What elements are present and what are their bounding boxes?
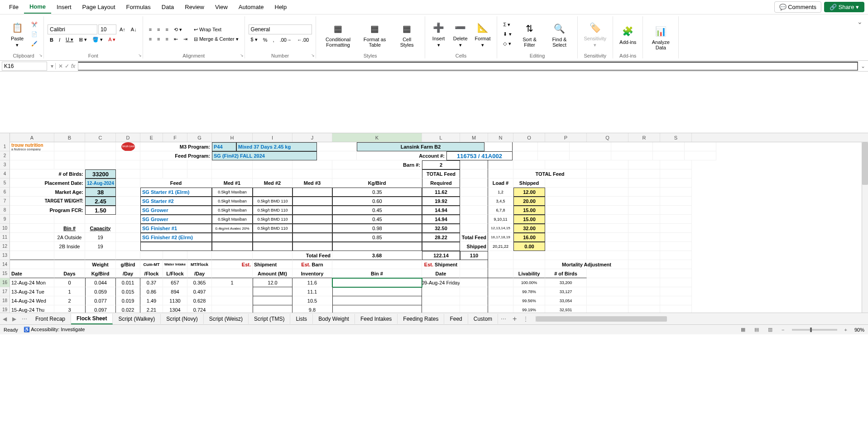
cell-K3[interactable]: Barn #: (332, 160, 422, 169)
cell-P12[interactable] (545, 242, 587, 251)
cell-M3[interactable] (460, 160, 488, 169)
cell-S15[interactable] (660, 269, 692, 278)
bold-button[interactable]: B (48, 35, 56, 44)
cell-D2[interactable] (116, 151, 140, 160)
cell-C3[interactable] (85, 160, 116, 169)
cell-B2[interactable] (54, 151, 85, 160)
cell-R8[interactable] (628, 206, 660, 215)
cell-P17[interactable]: 33,127 (545, 287, 587, 296)
cell-E3[interactable] (140, 160, 163, 169)
cell-O2[interactable] (538, 151, 570, 160)
cell-S4[interactable] (660, 169, 692, 178)
cell-J1[interactable] (317, 142, 357, 151)
cell-K15[interactable]: Bin # (332, 269, 422, 278)
menu-page-layout[interactable]: Page Layout (77, 1, 121, 13)
cell-Q3[interactable] (587, 160, 628, 169)
cell-R1[interactable] (653, 142, 685, 151)
cell-H13[interactable] (212, 251, 253, 260)
cell-G17[interactable]: 0.497 (187, 287, 212, 296)
align-middle-button[interactable]: ≡ (155, 25, 162, 34)
col-header-O[interactable]: O (513, 133, 545, 142)
cell-M13[interactable]: 110 (460, 251, 488, 260)
col-header-C[interactable]: C (85, 133, 116, 142)
cell-L2[interactable]: 116753 / 41A002 (446, 151, 513, 160)
cell-B15[interactable]: Days (54, 269, 85, 278)
cell-N8[interactable]: 6,7,8 (488, 206, 513, 215)
cell-I15[interactable]: Amount (Mt) (253, 269, 293, 278)
cell-J8[interactable] (293, 206, 332, 215)
cell-O5[interactable]: Shipped (513, 178, 545, 188)
cell-H12[interactable] (212, 242, 253, 251)
cell-K9[interactable]: 0.45 (332, 215, 422, 224)
cell-D14[interactable]: g/Bird (116, 260, 140, 269)
cell-H11[interactable] (212, 233, 253, 242)
cell-L15[interactable]: Date (422, 269, 460, 278)
cell-H4[interactable] (212, 169, 253, 178)
cell-E8[interactable]: SG Grower (140, 206, 212, 215)
cell-R15[interactable] (628, 269, 660, 278)
cell-P5[interactable] (545, 178, 587, 188)
cell-A10[interactable] (10, 224, 54, 233)
align-bottom-button[interactable]: ≡ (163, 25, 171, 34)
cell-O12[interactable]: 0.00 (513, 242, 545, 251)
cell-R18[interactable] (628, 296, 660, 305)
cell-J15[interactable]: Inventory (293, 269, 332, 278)
row-header-11[interactable]: 11 (0, 233, 10, 242)
cell-Q2[interactable] (611, 151, 653, 160)
cell-P9[interactable] (545, 215, 587, 224)
cell-J17[interactable]: 11.1 (293, 287, 332, 296)
cell-H10[interactable]: 0.4kg/mt Avatec 20% (212, 224, 253, 233)
cell-B13[interactable] (54, 251, 85, 260)
cell-E19[interactable]: 2.21 (140, 305, 163, 313)
cell-K2[interactable]: Account #: (357, 151, 446, 160)
cell-N11[interactable]: 16,17,18,19 (488, 233, 513, 242)
cell-S8[interactable] (660, 206, 692, 215)
cell-A4[interactable]: # of Birds: (10, 169, 85, 178)
cell-K1[interactable]: Lansink Farm B2 (357, 142, 484, 151)
cell-N13[interactable] (488, 251, 513, 260)
cell-S5[interactable] (660, 178, 692, 188)
cell-F19[interactable]: 1304 (163, 305, 187, 313)
cell-D5[interactable] (116, 178, 140, 188)
cell-K10[interactable]: 0.98 (332, 224, 422, 233)
cell-F4[interactable] (163, 169, 187, 178)
col-header-K[interactable]: K (332, 133, 422, 142)
cell-P16[interactable]: 33,200 (545, 278, 587, 287)
cell-Q15[interactable] (587, 269, 628, 278)
tab-flock-sheet[interactable]: Flock Sheet (71, 313, 113, 324)
cell-D18[interactable]: 0.019 (116, 296, 140, 305)
cell-I10[interactable]: 0.5kg/t BMD 110 (253, 224, 293, 233)
cell-D13[interactable] (116, 251, 140, 260)
vertical-scrollbar-thumb[interactable] (862, 142, 868, 185)
increase-indent-button[interactable]: ⇥ (181, 35, 190, 43)
cell-O6[interactable]: 12.00 (513, 188, 545, 197)
cell-N17[interactable] (488, 287, 513, 296)
cell-O14[interactable] (513, 260, 545, 269)
cell-P11[interactable] (545, 233, 587, 242)
row-header-18[interactable]: 18 (0, 296, 10, 305)
tab-script-tms[interactable]: Script (TMS) (249, 314, 290, 324)
cell-E17[interactable]: 0.86 (140, 287, 163, 296)
cell-N15[interactable] (488, 269, 513, 278)
next-sheet-button[interactable]: ▶ (10, 316, 19, 322)
cell-A8[interactable]: Program FCR: (10, 206, 85, 215)
cell-C11[interactable]: 19 (85, 233, 116, 242)
cell-N9[interactable]: 9,10,11 (488, 215, 513, 224)
cell-F17[interactable]: 894 (163, 287, 187, 296)
row-header-16[interactable]: 16 (0, 278, 10, 287)
horizontal-scrollbar[interactable] (536, 316, 863, 322)
cell-E4[interactable] (140, 169, 163, 178)
cell-G15[interactable]: /Day (187, 269, 212, 278)
cell-D7[interactable] (116, 197, 140, 206)
row-header-10[interactable]: 10 (0, 224, 10, 233)
row-header-19[interactable]: 19 (0, 305, 10, 313)
col-header-N[interactable]: N (488, 133, 513, 142)
align-dialog-launcher[interactable]: ↘ (240, 53, 244, 58)
page-break-view-button[interactable]: ▥ (766, 326, 774, 333)
cell-A15[interactable]: Date (10, 269, 54, 278)
autosum-button[interactable]: Σ ▾ (501, 20, 513, 29)
cell-H9[interactable]: 0.5kg/t Maxiban (212, 215, 253, 224)
tab-custom[interactable]: Custom (468, 314, 498, 324)
cell-H1[interactable]: Mixed 37 Days 2.45 kg (236, 142, 317, 151)
wrap-text-button[interactable]: ↩ Wrap Text (192, 25, 241, 34)
